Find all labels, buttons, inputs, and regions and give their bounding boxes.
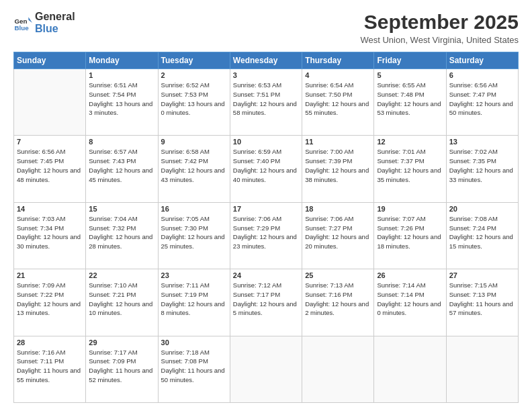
cell-info: Sunrise: 7:13 AMSunset: 7:16 PMDaylight:… — [305, 281, 371, 318]
calendar-cell: 18Sunrise: 7:06 AMSunset: 7:27 PMDayligh… — [302, 202, 374, 269]
cell-info-line: Daylight: 12 hours and 45 minutes. — [89, 166, 154, 185]
cell-info-line: Daylight: 12 hours and 5 minutes. — [233, 300, 299, 318]
cell-info-line: Daylight: 12 hours and 35 minutes. — [377, 166, 443, 185]
title-block: September 2025 West Union, West Virginia… — [360, 11, 519, 45]
calendar-cell: 26Sunrise: 7:14 AMSunset: 7:14 PMDayligh… — [374, 269, 446, 336]
cell-info: Sunrise: 7:18 AMSunset: 7:08 PMDaylight:… — [161, 348, 227, 385]
cell-info: Sunrise: 7:08 AMSunset: 7:24 PMDaylight:… — [449, 214, 515, 251]
cell-info-line: Daylight: 12 hours and 55 minutes. — [305, 99, 371, 118]
calendar-cell: 5Sunrise: 6:55 AMSunset: 7:48 PMDaylight… — [374, 69, 446, 136]
cell-info-line: Sunrise: 7:15 AM — [449, 281, 515, 290]
cell-info-line: Daylight: 12 hours and 40 minutes. — [233, 166, 299, 185]
weekday-header-friday: Friday — [374, 52, 446, 69]
cell-info-line: Sunrise: 6:56 AM — [17, 147, 83, 156]
cell-info: Sunrise: 7:06 AMSunset: 7:29 PMDaylight:… — [233, 214, 299, 251]
cell-info-line: Sunrise: 6:58 AM — [161, 147, 227, 156]
cell-info: Sunrise: 6:53 AMSunset: 7:51 PMDaylight:… — [233, 81, 299, 118]
day-number: 3 — [233, 71, 299, 79]
cell-info: Sunrise: 6:56 AMSunset: 7:45 PMDaylight:… — [17, 147, 83, 184]
calendar-cell: 3Sunrise: 6:53 AMSunset: 7:51 PMDaylight… — [230, 69, 302, 136]
cell-info-line: Sunset: 7:32 PM — [89, 224, 154, 233]
cell-info-line: Sunrise: 7:03 AM — [17, 214, 83, 224]
day-number: 30 — [161, 338, 227, 347]
cell-info-line: Sunrise: 7:08 AM — [449, 214, 515, 224]
cell-info-line: Sunset: 7:50 PM — [305, 90, 371, 99]
calendar-cell: 29Sunrise: 7:17 AMSunset: 7:09 PMDayligh… — [86, 336, 158, 402]
calendar-week-5: 28Sunrise: 7:16 AMSunset: 7:11 PMDayligh… — [14, 336, 519, 402]
logo-blue: Blue — [35, 23, 75, 35]
cell-info-line: Daylight: 12 hours and 0 minutes. — [377, 300, 443, 318]
calendar-cell: 1Sunrise: 6:51 AMSunset: 7:54 PMDaylight… — [86, 69, 158, 136]
day-number: 22 — [89, 271, 154, 279]
cell-info-line: Daylight: 12 hours and 13 minutes. — [17, 300, 83, 318]
calendar-cell — [446, 336, 518, 402]
cell-info: Sunrise: 7:17 AMSunset: 7:09 PMDaylight:… — [89, 348, 154, 385]
day-number: 27 — [449, 271, 515, 279]
cell-info-line: Sunset: 7:11 PM — [17, 357, 83, 366]
cell-info-line: Sunset: 7:21 PM — [89, 290, 154, 300]
cell-info-line: Daylight: 12 hours and 43 minutes. — [161, 166, 227, 185]
calendar-cell: 13Sunrise: 7:02 AMSunset: 7:35 PMDayligh… — [446, 136, 518, 202]
cell-info-line: Daylight: 12 hours and 30 minutes. — [17, 232, 83, 251]
day-number: 13 — [449, 138, 515, 146]
cell-info-line: Daylight: 13 hours and 0 minutes. — [161, 99, 227, 118]
cell-info-line: Sunrise: 7:00 AM — [305, 147, 371, 156]
calendar-cell: 8Sunrise: 6:57 AMSunset: 7:43 PMDaylight… — [86, 136, 158, 202]
logo-general: General — [35, 11, 75, 23]
cell-info: Sunrise: 7:10 AMSunset: 7:21 PMDaylight:… — [89, 281, 154, 318]
cell-info: Sunrise: 7:02 AMSunset: 7:35 PMDaylight:… — [449, 147, 515, 184]
calendar-cell: 15Sunrise: 7:04 AMSunset: 7:32 PMDayligh… — [86, 202, 158, 269]
cell-info-line: Sunset: 7:14 PM — [377, 290, 443, 300]
cell-info: Sunrise: 7:12 AMSunset: 7:17 PMDaylight:… — [233, 281, 299, 318]
calendar-cell: 2Sunrise: 6:52 AMSunset: 7:53 PMDaylight… — [158, 69, 230, 136]
cell-info-line: Daylight: 11 hours and 52 minutes. — [89, 366, 154, 385]
weekday-header-tuesday: Tuesday — [158, 52, 230, 69]
logo-icon: Gen Blue — [13, 13, 32, 32]
svg-text:Blue: Blue — [14, 24, 29, 32]
cell-info: Sunrise: 7:15 AMSunset: 7:13 PMDaylight:… — [449, 281, 515, 318]
calendar-week-3: 14Sunrise: 7:03 AMSunset: 7:34 PMDayligh… — [14, 202, 519, 269]
cell-info: Sunrise: 7:00 AMSunset: 7:39 PMDaylight:… — [305, 147, 371, 184]
cell-info-line: Sunset: 7:22 PM — [17, 290, 83, 300]
calendar-cell: 10Sunrise: 6:59 AMSunset: 7:40 PMDayligh… — [230, 136, 302, 202]
cell-info-line: Sunset: 7:13 PM — [449, 290, 515, 300]
cell-info-line: Sunset: 7:29 PM — [233, 224, 299, 233]
calendar-cell: 24Sunrise: 7:12 AMSunset: 7:17 PMDayligh… — [230, 269, 302, 336]
cell-info-line: Sunrise: 7:07 AM — [377, 214, 443, 224]
cell-info-line: Sunrise: 7:16 AM — [17, 348, 83, 357]
calendar-cell: 22Sunrise: 7:10 AMSunset: 7:21 PMDayligh… — [86, 269, 158, 336]
calendar-cell — [374, 336, 446, 402]
logo: Gen Blue General Blue — [13, 11, 75, 34]
cell-info-line: Sunrise: 7:13 AM — [305, 281, 371, 290]
month-title: September 2025 — [360, 11, 519, 34]
calendar-cell: 6Sunrise: 6:56 AMSunset: 7:47 PMDaylight… — [446, 69, 518, 136]
day-number: 20 — [449, 205, 515, 213]
day-number: 19 — [377, 205, 443, 213]
calendar-cell: 7Sunrise: 6:56 AMSunset: 7:45 PMDaylight… — [14, 136, 86, 202]
cell-info-line: Sunrise: 7:05 AM — [161, 214, 227, 224]
cell-info-line: Daylight: 12 hours and 33 minutes. — [449, 166, 515, 185]
day-number: 5 — [377, 71, 443, 79]
cell-info-line: Daylight: 12 hours and 48 minutes. — [17, 166, 83, 185]
weekday-header-row: SundayMondayTuesdayWednesdayThursdayFrid… — [14, 52, 519, 69]
calendar-cell: 12Sunrise: 7:01 AMSunset: 7:37 PMDayligh… — [374, 136, 446, 202]
cell-info: Sunrise: 6:52 AMSunset: 7:53 PMDaylight:… — [161, 81, 227, 118]
calendar-week-1: 1Sunrise: 6:51 AMSunset: 7:54 PMDaylight… — [14, 69, 519, 136]
cell-info-line: Sunrise: 6:53 AM — [233, 81, 299, 90]
cell-info: Sunrise: 7:01 AMSunset: 7:37 PMDaylight:… — [377, 147, 443, 184]
cell-info-line: Daylight: 12 hours and 25 minutes. — [161, 232, 227, 251]
cell-info-line: Daylight: 12 hours and 8 minutes. — [161, 300, 227, 318]
calendar-cell: 19Sunrise: 7:07 AMSunset: 7:26 PMDayligh… — [374, 202, 446, 269]
cell-info: Sunrise: 6:55 AMSunset: 7:48 PMDaylight:… — [377, 81, 443, 118]
cell-info-line: Sunset: 7:19 PM — [161, 290, 227, 300]
cell-info-line: Daylight: 11 hours and 57 minutes. — [449, 300, 515, 318]
cell-info-line: Sunset: 7:42 PM — [161, 156, 227, 166]
cell-info-line: Sunrise: 7:10 AM — [89, 281, 154, 290]
weekday-header-sunday: Sunday — [14, 52, 86, 69]
cell-info-line: Sunset: 7:16 PM — [305, 290, 371, 300]
day-number: 2 — [161, 71, 227, 79]
weekday-header-thursday: Thursday — [302, 52, 374, 69]
calendar-cell: 4Sunrise: 6:54 AMSunset: 7:50 PMDaylight… — [302, 69, 374, 136]
cell-info-line: Sunrise: 7:04 AM — [89, 214, 154, 224]
day-number: 28 — [17, 338, 83, 347]
